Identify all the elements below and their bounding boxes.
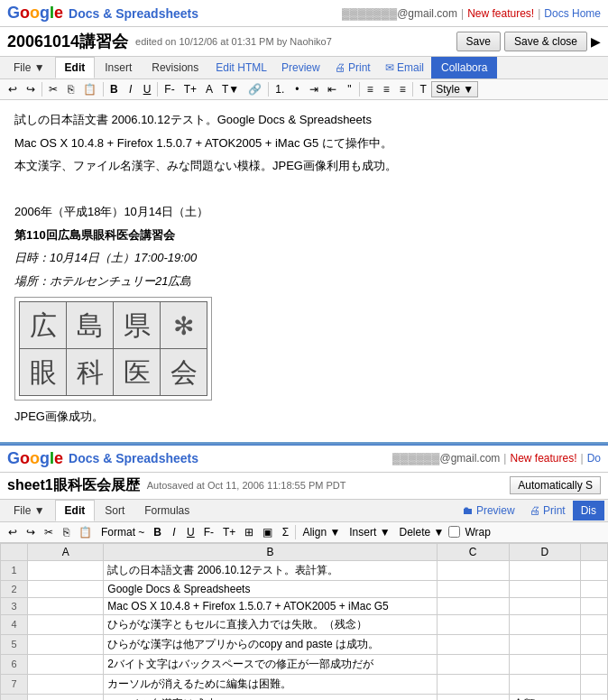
style-dropdown[interactable]: Style ▼: [431, 81, 478, 97]
tab-file[interactable]: File ▼: [4, 57, 55, 78]
color-button[interactable]: A: [201, 81, 217, 97]
cell-5-d[interactable]: [509, 634, 581, 654]
sheet-print-link[interactable]: 🖨 Print: [522, 501, 573, 520]
sheet-wrap-button[interactable]: Wrap: [460, 524, 494, 540]
cell-4-d[interactable]: [509, 614, 581, 634]
sheet-copy-button[interactable]: ⎘: [58, 524, 74, 540]
cell-extra[interactable]: [581, 597, 608, 614]
fontsize-button[interactable]: T+: [180, 81, 201, 97]
tab-revisions[interactable]: Revisions: [142, 57, 208, 78]
cut-button[interactable]: ✂: [44, 81, 62, 97]
cell-1-c[interactable]: [437, 560, 509, 580]
cell-5-a[interactable]: [27, 634, 103, 654]
copy-button[interactable]: ⎘: [62, 81, 78, 97]
paste-button[interactable]: 📋: [78, 81, 101, 97]
tab-edit[interactable]: Edit: [55, 57, 96, 78]
cell-8-c[interactable]: [437, 694, 509, 700]
bold-button[interactable]: B: [106, 81, 123, 97]
cell-7-b[interactable]: カーソルが消えるために編集は困難。: [104, 674, 437, 694]
cell-extra[interactable]: [581, 580, 608, 597]
ul-button[interactable]: •: [289, 81, 305, 97]
sheet-fill-button[interactable]: ▣: [258, 524, 277, 540]
tab-preview[interactable]: Preview: [274, 58, 327, 78]
cell-3-a[interactable]: [27, 597, 103, 614]
sheet-wrap-checkbox[interactable]: [448, 526, 460, 538]
sheet-dis-button[interactable]: Dis: [573, 501, 604, 520]
font-button[interactable]: F-: [160, 81, 179, 97]
text-color-icon[interactable]: T: [415, 81, 431, 97]
cell-6-c[interactable]: [437, 654, 509, 674]
sheet-tab-formulas[interactable]: Formulas: [134, 500, 199, 521]
sheet-cut-button[interactable]: ✂: [40, 524, 58, 540]
sheet-border-button[interactable]: ⊞: [240, 524, 258, 540]
cell-4-a[interactable]: [27, 614, 103, 634]
sheet-fontsize-button[interactable]: T+: [218, 524, 240, 540]
col-header-e[interactable]: [581, 543, 608, 560]
col-header-a[interactable]: A: [27, 543, 103, 560]
cell-3-d[interactable]: [509, 597, 581, 614]
cell-7-d[interactable]: [509, 674, 581, 694]
italic-button[interactable]: I: [123, 81, 139, 97]
cell-6-a[interactable]: [27, 654, 103, 674]
cell-3-c[interactable]: [437, 597, 509, 614]
cell-extra[interactable]: [581, 614, 608, 634]
tab-insert[interactable]: Insert: [95, 57, 142, 78]
new-features-link[interactable]: New features!: [467, 7, 534, 20]
ol-button[interactable]: 1.: [271, 81, 289, 97]
cell-6-b[interactable]: 2バイト文字はバックスペースでの修正が一部成功だが: [104, 654, 437, 674]
cell-4-b[interactable]: ひらがな漢字ともセルに直接入力では失敗。（残念）: [104, 614, 437, 634]
sheet-undo-button[interactable]: ↩: [4, 524, 22, 540]
sheet-align-dropdown[interactable]: Align ▼: [298, 524, 345, 540]
more-button[interactable]: ▶: [591, 34, 601, 49]
cell-extra[interactable]: [581, 674, 608, 694]
align-right-button[interactable]: ≡: [394, 81, 410, 97]
bgcolor-button[interactable]: T▼: [217, 81, 244, 97]
link-button[interactable]: 🔗: [244, 81, 266, 97]
cell-2-c[interactable]: [437, 580, 509, 597]
tab-email[interactable]: ✉ Email: [378, 58, 431, 78]
sheet-tab-file[interactable]: File ▼: [4, 500, 55, 521]
cell-4-c[interactable]: [437, 614, 509, 634]
sheet-redo-button[interactable]: ↪: [22, 524, 40, 540]
cell-extra[interactable]: [581, 634, 608, 654]
align-left-button[interactable]: ≡: [362, 81, 378, 97]
redo-button[interactable]: ↪: [22, 81, 40, 97]
sheet-format-dropdown[interactable]: Format ~: [97, 524, 149, 540]
sheet-paste-button[interactable]: 📋: [74, 524, 97, 540]
indent-button[interactable]: ⇥: [305, 81, 323, 97]
auto-button[interactable]: Automatically S: [510, 476, 601, 494]
sheet-underline-button[interactable]: U: [182, 524, 199, 540]
tab-print[interactable]: 🖨 Print: [327, 58, 378, 78]
cell-2-b[interactable]: Google Docs & Spreadsheets: [104, 580, 437, 597]
col-header-c[interactable]: C: [437, 543, 509, 560]
cell-7-a[interactable]: [27, 674, 103, 694]
tab-collabora[interactable]: Collabora: [431, 57, 497, 78]
docs-home-link[interactable]: Docs Home: [544, 7, 601, 20]
col-header-b[interactable]: B: [104, 543, 437, 560]
cell-8-d[interactable]: 金額: [509, 694, 581, 700]
cell-6-d[interactable]: [509, 654, 581, 674]
save-button[interactable]: Save: [456, 32, 501, 51]
cell-5-b[interactable]: ひらがな漢字は他アプリからのcopy and paste は成功。: [104, 634, 437, 654]
underline-button[interactable]: U: [139, 81, 156, 97]
do-link[interactable]: Do: [587, 452, 601, 465]
cell-1-a[interactable]: [27, 560, 103, 580]
outdent-button[interactable]: ⇤: [323, 81, 341, 97]
cell-8-b[interactable]: ファイル名漢字は成功。: [104, 694, 437, 700]
sheet-delete-dropdown[interactable]: Delete ▼: [395, 524, 449, 540]
sheet-tab-sort[interactable]: Sort: [95, 500, 134, 521]
cell-2-a[interactable]: [27, 580, 103, 597]
cell-extra[interactable]: [581, 654, 608, 674]
cell-5-c[interactable]: [437, 634, 509, 654]
sheet-formula-button[interactable]: Σ: [277, 524, 293, 540]
tab-edit-html[interactable]: Edit HTML: [208, 58, 274, 78]
col-header-d[interactable]: D: [509, 543, 581, 560]
cell-2-d[interactable]: [509, 580, 581, 597]
cell-1-b[interactable]: 試しの日本語文書 2006.10.12テスト。表計算。: [104, 560, 437, 580]
new-features-link2[interactable]: New features!: [510, 452, 576, 465]
blockquote-button[interactable]: ": [341, 81, 357, 97]
cell-extra[interactable]: [581, 694, 608, 700]
cell-1-d[interactable]: [509, 560, 581, 580]
cell-8-a[interactable]: [27, 694, 103, 700]
cell-3-b[interactable]: Mac OS X 10.4.8 + Firefox 1.5.0.7 + ATOK…: [104, 597, 437, 614]
